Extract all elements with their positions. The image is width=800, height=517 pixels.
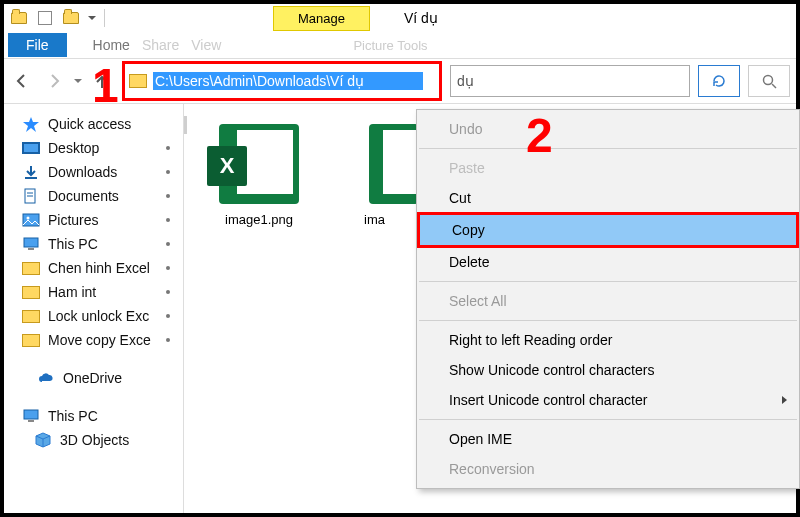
sidebar-item-folder-4[interactable]: Move copy Exce — [4, 328, 183, 352]
cm-select-all[interactable]: Select All — [417, 286, 799, 316]
svg-rect-9 — [23, 214, 39, 226]
svg-rect-12 — [24, 238, 38, 247]
sidebar-item-documents[interactable]: Documents — [4, 184, 183, 208]
address-tail-text: dụ — [457, 73, 474, 89]
pin-icon — [163, 215, 173, 225]
ribbon-tabs: File Home Share View Picture Tools — [4, 32, 796, 58]
svg-point-3 — [166, 146, 170, 150]
view-tab[interactable]: View — [191, 37, 221, 53]
svg-rect-19 — [24, 410, 38, 419]
sidebar-quick-access[interactable]: Quick access — [4, 112, 183, 136]
cm-delete[interactable]: Delete — [417, 247, 799, 277]
svg-line-1 — [772, 84, 776, 88]
sidebar-thispc-root[interactable]: This PC — [4, 404, 183, 428]
folder-icon — [22, 310, 40, 323]
sidebar-item-folder-2[interactable]: Ham int — [4, 280, 183, 304]
svg-point-10 — [27, 217, 30, 220]
svg-point-16 — [166, 290, 170, 294]
history-dropdown-icon[interactable] — [74, 79, 82, 83]
onedrive-label: OneDrive — [63, 370, 122, 386]
sidebar-item-thispc[interactable]: This PC — [4, 232, 183, 256]
cm-copy[interactable]: Copy — [417, 212, 799, 248]
svg-point-11 — [166, 218, 170, 222]
sidebar-item-pictures[interactable]: Pictures — [4, 208, 183, 232]
context-menu: Undo Paste Cut Copy Delete Select All Ri… — [416, 109, 800, 489]
annotation-2: 2 — [526, 108, 553, 163]
annotation-1: 1 — [92, 58, 119, 113]
quick-folder-icon[interactable] — [8, 7, 30, 29]
star-icon — [22, 116, 40, 132]
back-button[interactable] — [10, 69, 34, 93]
cm-insert-unicode[interactable]: Insert Unicode control character — [417, 385, 799, 415]
cm-reconversion[interactable]: Reconversion — [417, 454, 799, 484]
svg-marker-2 — [23, 117, 39, 132]
quick-checkbox-icon[interactable] — [34, 7, 56, 29]
pin-icon — [163, 263, 173, 273]
svg-point-14 — [166, 242, 170, 246]
excel-image-icon — [369, 124, 419, 204]
pictures-icon — [22, 212, 40, 228]
sidebar-item-folder-3[interactable]: Lock unlock Exc — [4, 304, 183, 328]
pin-icon — [163, 287, 173, 297]
share-tab[interactable]: Share — [142, 37, 179, 53]
nav-sidebar: Quick access Desktop Downloads Documents… — [4, 104, 184, 513]
file-tile[interactable]: ima — [364, 124, 424, 227]
svg-point-0 — [764, 76, 773, 85]
cm-show-unicode[interactable]: Show Unicode control characters — [417, 355, 799, 385]
file-name: ima — [364, 212, 424, 227]
quick-access-dropdown-icon[interactable] — [88, 16, 96, 20]
submenu-caret-icon — [782, 396, 787, 404]
sidebar-item-label: Lock unlock Exc — [48, 308, 149, 324]
desktop-icon — [22, 142, 40, 154]
window-title: Ví dụ — [404, 10, 438, 26]
sidebar-onedrive[interactable]: OneDrive — [4, 366, 183, 390]
quick-folder2-icon[interactable] — [60, 7, 82, 29]
svg-point-17 — [166, 314, 170, 318]
address-input[interactable] — [153, 72, 423, 90]
cm-rtl[interactable]: Right to left Reading order — [417, 325, 799, 355]
svg-rect-13 — [28, 248, 34, 250]
sidebar-item-downloads[interactable]: Downloads — [4, 160, 183, 184]
picture-tools-label: Picture Tools — [353, 38, 427, 53]
document-icon — [22, 188, 40, 204]
home-tab[interactable]: Home — [93, 37, 130, 53]
cm-open-ime[interactable]: Open IME — [417, 424, 799, 454]
cube-icon — [34, 432, 52, 448]
address-bar-highlight — [122, 61, 442, 101]
file-name: image1.png — [204, 212, 314, 227]
sidebar-item-label: Documents — [48, 188, 119, 204]
pc-icon — [22, 408, 40, 424]
download-icon — [22, 164, 40, 180]
sidebar-item-label: Move copy Exce — [48, 332, 151, 348]
forward-button[interactable] — [42, 69, 66, 93]
folder-icon — [22, 334, 40, 347]
svg-point-4 — [166, 170, 170, 174]
pin-icon — [163, 335, 173, 345]
pin-icon — [163, 167, 173, 177]
cm-paste[interactable]: Paste — [417, 153, 799, 183]
manage-tab[interactable]: Manage — [273, 6, 370, 31]
folder-icon — [22, 286, 40, 299]
sidebar-item-folder-1[interactable]: Chen hinh Excel — [4, 256, 183, 280]
svg-rect-20 — [28, 420, 34, 422]
sidebar-item-desktop[interactable]: Desktop — [4, 136, 183, 160]
arrow-left-icon — [14, 73, 30, 89]
file-tab[interactable]: File — [8, 33, 67, 57]
thispc-label: This PC — [48, 408, 98, 424]
sidebar-item-3dobjects[interactable]: 3D Objects — [4, 428, 183, 452]
search-button[interactable] — [748, 65, 790, 97]
refresh-button[interactable] — [698, 65, 740, 97]
sidebar-item-label: Chen hinh Excel — [48, 260, 150, 276]
address-bar[interactable] — [122, 61, 442, 101]
cm-separator — [419, 419, 797, 420]
svg-point-18 — [166, 338, 170, 342]
sidebar-item-label: Downloads — [48, 164, 117, 180]
cm-cut[interactable]: Cut — [417, 183, 799, 213]
refresh-icon — [711, 73, 727, 89]
cm-undo[interactable]: Undo — [417, 114, 799, 144]
svg-point-15 — [166, 266, 170, 270]
file-tile[interactable]: X image1.png — [204, 124, 314, 227]
cm-separator — [419, 148, 797, 149]
sidebar-item-label: Pictures — [48, 212, 99, 228]
address-tail[interactable]: dụ — [450, 65, 690, 97]
